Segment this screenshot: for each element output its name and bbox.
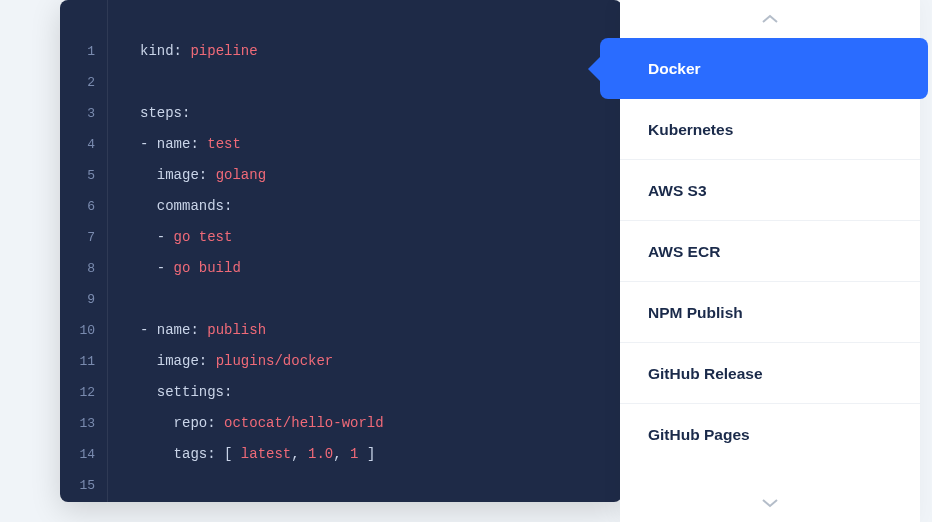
code-line — [140, 284, 622, 315]
code-line: commands: — [140, 191, 622, 222]
scroll-down-button[interactable] — [620, 484, 920, 522]
token-dash — [140, 198, 157, 214]
line-number: 3 — [60, 98, 107, 129]
line-number: 10 — [60, 315, 107, 346]
token-punct: : — [174, 43, 191, 59]
code-line: - go test — [140, 222, 622, 253]
sidebar-item-label: GitHub Release — [648, 365, 763, 382]
sidebar-item-github-release[interactable]: GitHub Release — [620, 343, 920, 404]
code-line: tags: [ latest, 1.0, 1 ] — [140, 439, 622, 470]
token-key: repo — [174, 415, 208, 431]
token-punct: : — [190, 322, 207, 338]
token-val: 1 — [350, 446, 358, 462]
token-key: settings — [157, 384, 224, 400]
sidebar-item-kubernetes[interactable]: Kubernetes — [620, 99, 920, 160]
chevron-up-icon — [761, 14, 779, 24]
plugin-menu: DockerKubernetesAWS S3AWS ECRNPM Publish… — [620, 38, 920, 484]
line-number: 1 — [60, 36, 107, 67]
token-dash: - — [140, 229, 174, 245]
token-punct: : [ — [207, 446, 241, 462]
token-key: steps — [140, 105, 182, 121]
token-dash — [140, 353, 157, 369]
token-key: tags — [174, 446, 208, 462]
line-number: 4 — [60, 129, 107, 160]
token-punct: : — [190, 136, 207, 152]
token-key: image — [157, 353, 199, 369]
token-key: kind — [140, 43, 174, 59]
code-line — [140, 470, 622, 501]
line-number: 15 — [60, 470, 107, 501]
token-punct: : — [207, 415, 224, 431]
line-number: 8 — [60, 253, 107, 284]
token-val: pipeline — [190, 43, 257, 59]
code-line: - go build — [140, 253, 622, 284]
token-dash: - — [140, 322, 157, 338]
sidebar-item-label: Kubernetes — [648, 121, 733, 138]
code-line: image: golang — [140, 160, 622, 191]
sidebar-item-aws-ecr[interactable]: AWS ECR — [620, 221, 920, 282]
token-val: 1.0 — [308, 446, 333, 462]
code-line: - name: test — [140, 129, 622, 160]
code-line: - name: publish — [140, 315, 622, 346]
token-key: name — [157, 136, 191, 152]
sidebar-item-label: Docker — [648, 60, 701, 77]
token-key: commands — [157, 198, 224, 214]
code-line: steps: — [140, 98, 622, 129]
token-key: image — [157, 167, 199, 183]
token-val: plugins/docker — [216, 353, 334, 369]
sidebar-item-label: AWS ECR — [648, 243, 720, 260]
sidebar-item-npm-publish[interactable]: NPM Publish — [620, 282, 920, 343]
code-line: kind: pipeline — [140, 36, 622, 67]
token-punct: ] — [359, 446, 376, 462]
code-line: repo: octocat/hello-world — [140, 408, 622, 439]
sidebar-item-aws-s3[interactable]: AWS S3 — [620, 160, 920, 221]
token-punct: : — [224, 198, 232, 214]
token-dash — [140, 167, 157, 183]
line-number: 6 — [60, 191, 107, 222]
sidebar-item-github-pages[interactable]: GitHub Pages — [620, 404, 920, 465]
code-content[interactable]: kind: pipelinesteps:- name: test image: … — [108, 0, 622, 502]
code-editor: 123456789101112131415 kind: pipelinestep… — [60, 0, 622, 502]
token-dash — [140, 384, 157, 400]
token-key: name — [157, 322, 191, 338]
token-punct: : — [182, 105, 190, 121]
code-line: image: plugins/docker — [140, 346, 622, 377]
line-number: 9 — [60, 284, 107, 315]
token-punct: , — [291, 446, 308, 462]
token-punct: : — [199, 353, 216, 369]
line-number: 7 — [60, 222, 107, 253]
code-line: settings: — [140, 377, 622, 408]
token-val: octocat/hello-world — [224, 415, 384, 431]
line-number: 12 — [60, 377, 107, 408]
token-val: latest — [241, 446, 291, 462]
line-number: 2 — [60, 67, 107, 98]
sidebar-item-label: NPM Publish — [648, 304, 743, 321]
token-val: go test — [174, 229, 233, 245]
sidebar-item-label: GitHub Pages — [648, 426, 750, 443]
token-val: golang — [216, 167, 266, 183]
sidebar-item-label: AWS S3 — [648, 182, 707, 199]
chevron-down-icon — [761, 498, 779, 508]
line-number: 14 — [60, 439, 107, 470]
token-dash: - — [140, 136, 157, 152]
token-dash — [140, 415, 174, 431]
line-number: 11 — [60, 346, 107, 377]
sidebar-item-docker[interactable]: Docker — [600, 38, 928, 99]
token-val: publish — [207, 322, 266, 338]
token-punct: : — [224, 384, 232, 400]
line-number: 13 — [60, 408, 107, 439]
token-punct: , — [333, 446, 350, 462]
plugin-sidebar: DockerKubernetesAWS S3AWS ECRNPM Publish… — [620, 0, 920, 522]
token-val: go build — [174, 260, 241, 276]
scroll-up-button[interactable] — [620, 0, 920, 38]
line-number: 5 — [60, 160, 107, 191]
line-number-gutter: 123456789101112131415 — [60, 0, 108, 502]
token-dash: - — [140, 260, 174, 276]
token-val: test — [207, 136, 241, 152]
code-line — [140, 67, 622, 98]
token-punct: : — [199, 167, 216, 183]
token-dash — [140, 446, 174, 462]
